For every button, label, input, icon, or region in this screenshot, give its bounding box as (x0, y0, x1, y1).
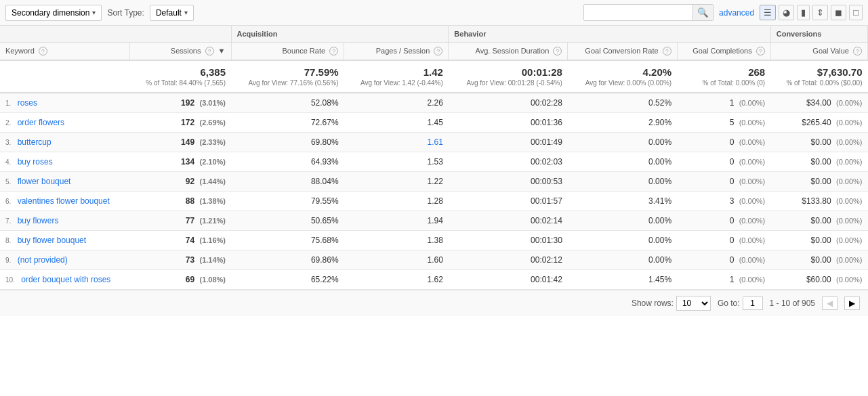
keyword-link[interactable]: buttercup (18, 137, 51, 147)
advanced-link[interactable]: advanced (719, 8, 754, 18)
goto-input[interactable] (743, 296, 763, 310)
search-button[interactable]: 🔍 (693, 5, 713, 20)
completions-pct: (0.00%) (739, 158, 766, 166)
conversion-cell: 3.41% (568, 192, 677, 211)
table-row: 3. buttercup 149 (2.33%) 69.80% 1.61 00:… (0, 133, 868, 152)
duration-help-icon[interactable]: ? (553, 47, 562, 56)
duration-cell: 00:00:53 (449, 172, 568, 192)
table-row: 10. order bouquet with roses 69 (1.08%) … (0, 270, 868, 290)
row-number: 3. (5, 139, 11, 146)
summary-value: $7,630.70 % of Total: 0.00% ($0.00) (770, 60, 867, 93)
col-header-sessions: Sessions ? ▼ (130, 43, 231, 61)
page-range-text: 1 - 10 of 905 (770, 299, 815, 308)
row-number: 8. (5, 237, 11, 244)
group-header-conversions: Conversions (770, 26, 867, 43)
keyword-link[interactable]: (not provided) (18, 255, 68, 265)
pie-view-btn[interactable]: ◕ (779, 5, 794, 20)
table-row: 9. (not provided) 73 (1.14%) 69.86% 1.60… (0, 250, 868, 270)
bounce-help-icon[interactable]: ? (329, 47, 338, 56)
sessions-pct: (2.10%) (199, 158, 226, 166)
completions-cell: 3 (0.00%) (677, 192, 770, 211)
col-header-value: Goal Value ? (770, 43, 867, 61)
conversion-help-icon[interactable]: ? (663, 47, 671, 56)
bounce-cell: 50.65% (231, 211, 344, 231)
data-table: Acquisition Behavior Conversions Keyword… (0, 26, 868, 290)
sessions-cell: 88 (1.38%) (130, 192, 231, 211)
keyword-link[interactable]: buy flower bouquet (18, 236, 86, 245)
completions-pct: (0.00%) (739, 256, 766, 264)
col-header-conversion: Goal Conversion Rate ? (568, 43, 677, 61)
pages-cell: 2.26 (344, 93, 449, 113)
group-header-row: Acquisition Behavior Conversions (0, 26, 868, 43)
keyword-cell: 10. order bouquet with roses (0, 270, 130, 290)
keyword-help-icon[interactable]: ? (39, 47, 47, 56)
bar-view-btn[interactable]: ▮ (797, 5, 810, 20)
goto-item: Go to: (718, 296, 763, 310)
sessions-cell: 149 (2.33%) (130, 133, 231, 152)
pages-cell: 1.53 (344, 152, 449, 172)
data-table-container: Acquisition Behavior Conversions Keyword… (0, 26, 868, 290)
value-cell: $0.00 (0.00%) (770, 231, 867, 250)
keyword-link[interactable]: order bouquet with roses (21, 275, 110, 284)
completions-cell: 5 (0.00%) (677, 113, 770, 133)
pivot-view-btn[interactable]: ◼ (831, 5, 846, 20)
custom-view-btn[interactable]: □ (849, 5, 863, 20)
value-pct: (0.00%) (836, 177, 863, 185)
bounce-cell: 64.93% (231, 152, 344, 172)
keyword-link[interactable]: flower bouquet (18, 177, 71, 186)
keyword-link[interactable]: buy flowers (18, 216, 59, 225)
keyword-cell: 5. flower bouquet (0, 172, 130, 192)
completions-cell: 0 (0.00%) (677, 133, 770, 152)
value-cell: $0.00 (0.00%) (770, 250, 867, 270)
group-header-empty (0, 26, 231, 43)
secondary-dimension-dropdown[interactable]: Secondary dimension ▾ (5, 5, 102, 21)
sessions-pct: (1.08%) (199, 276, 226, 284)
completions-pct: (0.00%) (739, 138, 766, 146)
completions-cell: 0 (0.00%) (677, 211, 770, 231)
summary-conversion: 4.20% Avg for View: 0.00% (0.00%) (568, 60, 677, 93)
sessions-pct: (1.21%) (199, 217, 226, 225)
prev-page-btn[interactable]: ◀ (822, 296, 838, 310)
comparison-view-btn[interactable]: ⇕ (812, 5, 828, 20)
completions-help-icon[interactable]: ? (756, 47, 765, 56)
value-cell: $0.00 (0.00%) (770, 172, 867, 192)
table-view-btn[interactable]: ☰ (760, 5, 776, 20)
toolbar: Secondary dimension ▾ Sort Type: Default… (0, 0, 868, 26)
table-row: 4. buy roses 134 (2.10%) 64.93% 1.53 00:… (0, 152, 868, 172)
completions-cell: 1 (0.00%) (677, 270, 770, 290)
sessions-help-icon[interactable]: ? (205, 47, 214, 56)
keyword-link[interactable]: buy roses (18, 157, 53, 167)
completions-pct: (0.00%) (739, 118, 766, 127)
pages-cell: 1.62 (344, 270, 449, 290)
sessions-pct: (1.16%) (199, 236, 226, 244)
value-help-icon[interactable]: ? (853, 47, 862, 56)
show-rows-select[interactable]: 10 25 50 100 (676, 296, 711, 311)
completions-cell: 0 (0.00%) (677, 250, 770, 270)
table-row: 8. buy flower bouquet 74 (1.16%) 75.68% … (0, 231, 868, 250)
group-header-acquisition: Acquisition (231, 26, 449, 43)
sessions-sort-arrow[interactable]: ▼ (218, 47, 226, 55)
keyword-link[interactable]: order flowers (18, 118, 64, 127)
col-header-pages: Pages / Session ? (344, 43, 449, 61)
value-pct: (0.00%) (836, 118, 863, 127)
summary-duration: 00:01:28 Avg for View: 00:01:28 (-0.54%) (449, 60, 568, 93)
value-pct: (0.00%) (836, 236, 863, 244)
keyword-cell: 3. buttercup (0, 133, 130, 152)
row-number: 7. (5, 217, 11, 225)
pages-cell: 1.61 (344, 133, 449, 152)
pages-help-icon[interactable]: ? (434, 47, 442, 56)
sessions-cell: 172 (2.69%) (130, 113, 231, 133)
next-page-btn[interactable]: ▶ (844, 296, 860, 310)
keyword-link[interactable]: valentines flower bouquet (18, 196, 110, 206)
keyword-link[interactable]: roses (18, 98, 37, 108)
summary-bounce: 77.59% Avg for View: 77.16% (0.56%) (231, 60, 344, 93)
value-cell: $0.00 (0.00%) (770, 211, 867, 231)
search-input[interactable] (584, 5, 693, 20)
pages-cell: 1.38 (344, 231, 449, 250)
conversion-cell: 0.00% (568, 172, 677, 192)
row-number: 6. (5, 198, 11, 205)
completions-cell: 0 (0.00%) (677, 172, 770, 192)
sessions-cell: 134 (2.10%) (130, 152, 231, 172)
table-row: 7. buy flowers 77 (1.21%) 50.65% 1.94 00… (0, 211, 868, 231)
sort-type-dropdown[interactable]: Default ▾ (150, 5, 194, 21)
